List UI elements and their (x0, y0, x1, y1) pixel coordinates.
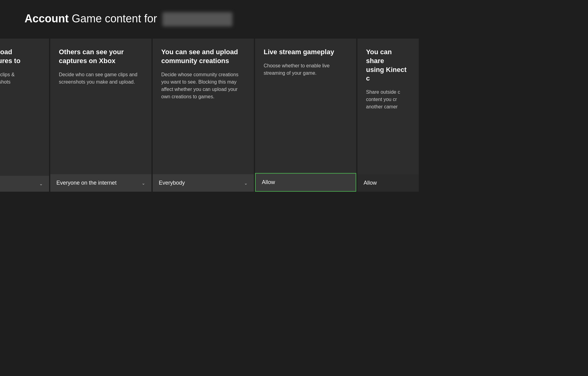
others-see-captures-value: Everyone on the internet (56, 180, 116, 186)
others-see-captures-desc: Decide who can see game clips and screen… (59, 71, 143, 86)
share-kinect-title: You can shareusing Kinect c (366, 48, 410, 83)
page-header: Account Game content for DuderP8017f (0, 0, 588, 36)
community-creations-dropdown[interactable]: Everybody ⌄ (153, 174, 254, 192)
cards-wrapper: n upload captures to l game clips & scre… (0, 39, 588, 192)
card-share-kinect: You can shareusing Kinect c Share outsid… (357, 39, 419, 192)
chevron-down-icon: ⌄ (39, 181, 43, 186)
upload-captures-dropdown[interactable]: ⌄ (0, 176, 49, 192)
live-stream-value: Allow (262, 179, 275, 186)
chevron-down-icon: ⌄ (142, 181, 145, 186)
live-stream-desc: Choose whether to enable live streaming … (264, 62, 348, 77)
page-title: Account Game content for DuderP8017f (25, 12, 563, 26)
share-kinect-desc: Share outside ccontent you cranother cam… (366, 88, 410, 111)
card-others-see-captures: Others can see your captures on Xbox Dec… (50, 39, 151, 192)
live-stream-title: Live stream gameplay (264, 48, 348, 57)
page-container: Account Game content for DuderP8017f n u… (0, 0, 588, 376)
community-creations-desc: Decide whose community creations you wan… (161, 71, 245, 100)
cards-row: n upload captures to l game clips & scre… (0, 39, 588, 192)
community-creations-title: You can see and upload community creatio… (161, 48, 245, 65)
card-upload-captures-desc: l game clips & screenshots. (0, 71, 40, 93)
blurred-username: DuderP8017f (162, 12, 232, 26)
card-upload-captures-title: n upload captures to (0, 48, 40, 65)
others-see-captures-title: Others can see your captures on Xbox (59, 48, 143, 65)
others-see-captures-dropdown[interactable]: Everyone on the internet ⌄ (50, 174, 151, 192)
live-stream-dropdown-area: Allow Allow Block (255, 173, 356, 192)
chevron-down-icon: ⌄ (244, 181, 248, 186)
card-community-creations: You can see and upload community creatio… (153, 39, 254, 192)
card-upload-captures: n upload captures to l game clips & scre… (0, 39, 49, 192)
live-stream-dropdown[interactable]: Allow (255, 173, 356, 192)
community-creations-value: Everybody (159, 180, 185, 186)
share-kinect-value: Allow (357, 174, 419, 192)
card-live-stream: Live stream gameplay Choose whether to e… (255, 39, 356, 192)
